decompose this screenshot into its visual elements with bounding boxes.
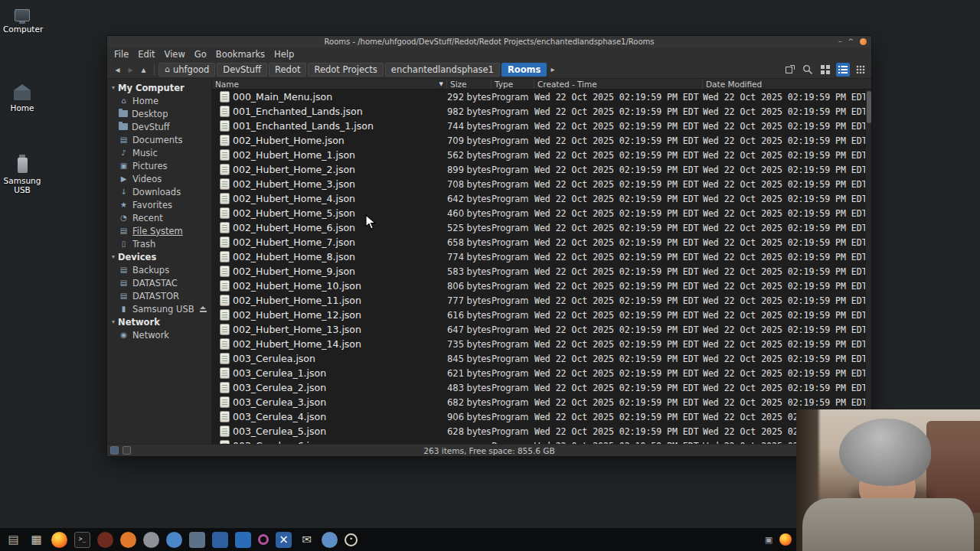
- sidebar-item-datastac[interactable]: ▤DATASTAC: [107, 276, 211, 289]
- breadcrumb-uhfgood[interactable]: ⌂uhfgood: [158, 63, 215, 77]
- forward-button[interactable]: ▸: [124, 64, 137, 75]
- back-button[interactable]: ◂: [111, 64, 124, 75]
- app-blue-icon[interactable]: [212, 532, 228, 548]
- menu-help[interactable]: Help: [270, 49, 299, 60]
- file-row[interactable]: 002_Hubert_Home_14.json735 bytesProgramW…: [212, 337, 871, 351]
- mail-icon[interactable]: ✉: [299, 532, 315, 548]
- firefox-icon[interactable]: [51, 532, 67, 548]
- minimize-button[interactable]: –: [838, 38, 842, 45]
- file-row[interactable]: 002_Hubert_Home_3.json708 bytesProgramWe…: [212, 177, 871, 191]
- list-view-button[interactable]: [836, 63, 850, 77]
- file-cabinet-icon[interactable]: ▤: [5, 532, 21, 548]
- tray-chat-icon[interactable]: ▣: [763, 533, 775, 546]
- sidebar-section-network[interactable]: ▾Network: [107, 315, 211, 328]
- sidebar-item-devstuff[interactable]: DevStuff: [107, 120, 211, 133]
- file-row[interactable]: 003_Cerulea_1.json621 bytesProgramWed 22…: [212, 366, 871, 380]
- sidebar-item-music[interactable]: ♪Music: [107, 146, 211, 159]
- column-header-type[interactable]: Type: [492, 79, 534, 89]
- file-row[interactable]: 002_Hubert_Home_2.json899 bytesProgramWe…: [212, 162, 871, 177]
- app-magenta-icon[interactable]: [258, 534, 269, 545]
- terminal-icon[interactable]: >_: [74, 532, 90, 548]
- sidebar-item-downloads[interactable]: ↓Downloads: [107, 185, 211, 198]
- menu-file[interactable]: File: [109, 49, 133, 60]
- up-button[interactable]: ▴: [137, 64, 150, 75]
- search-button[interactable]: [801, 63, 815, 77]
- file-row[interactable]: 002_Hubert_Home_8.json774 bytesProgramWe…: [212, 249, 871, 264]
- sidebar-section-devices[interactable]: ▾Devices: [107, 250, 211, 263]
- breadcrumb-enchantedlandsphase1[interactable]: enchantedlandsphase1: [385, 63, 500, 77]
- column-header-created[interactable]: Created - Time: [534, 79, 703, 89]
- file-row[interactable]: 003_Cerulea_2.json483 bytesProgramWed 22…: [212, 380, 871, 395]
- app-blue-x-icon[interactable]: ×: [276, 532, 292, 548]
- breadcrumb-redot[interactable]: Redot: [269, 63, 306, 77]
- ship-wheel-icon[interactable]: •: [345, 533, 358, 546]
- file-row[interactable]: 002_Hubert_Home_1.json562 bytesProgramWe…: [212, 148, 871, 162]
- app-blue-cam-icon[interactable]: [235, 532, 251, 548]
- breadcrumb-devstuff[interactable]: DevStuff: [217, 63, 267, 77]
- menu-button[interactable]: [854, 63, 867, 77]
- sidebar-item-samsung-usb[interactable]: ▮Samsung USB: [107, 302, 211, 315]
- sidebar-item-recent[interactable]: ◔Recent: [107, 211, 211, 224]
- desktop-icon-samsung-usb[interactable]: Samsung USB: [3, 155, 41, 194]
- sidebar-item-network[interactable]: ◉Network: [107, 328, 211, 341]
- file-row[interactable]: 002_Hubert_Home_4.json642 bytesProgramWe…: [212, 191, 871, 206]
- file-row[interactable]: 003_Cerulea_6.jsonProgramWed 22 Oct 2025…: [212, 439, 871, 444]
- column-header-name[interactable]: Name ▼: [212, 79, 447, 89]
- menu-view[interactable]: View: [160, 49, 190, 60]
- eject-icon[interactable]: [200, 306, 207, 312]
- file-row[interactable]: 000_Main_Menu.json292 bytesProgramWed 22…: [212, 90, 871, 104]
- breadcrumb-rooms[interactable]: Rooms: [501, 63, 547, 77]
- icon-view-button[interactable]: [818, 63, 832, 77]
- app-gray-icon[interactable]: [143, 532, 159, 548]
- file-row[interactable]: 003_Cerulea_5.json628 bytesProgramWed 22…: [212, 424, 871, 439]
- file-row[interactable]: 002_Hubert_Home_9.json583 bytesProgramWe…: [212, 264, 871, 279]
- file-row[interactable]: 002_Hubert_Home.json709 bytesProgramWed …: [212, 133, 871, 148]
- close-button[interactable]: [860, 38, 867, 45]
- file-row[interactable]: 002_Hubert_Home_5.json460 bytesProgramWe…: [212, 206, 871, 220]
- sidebar-item-backups[interactable]: ▤Backups: [107, 263, 211, 276]
- file-row[interactable]: 001_Enchanted_Lands.json982 bytesProgram…: [212, 104, 871, 119]
- sidebar-item-videos[interactable]: ▶Videos: [107, 172, 211, 185]
- breadcrumb-overflow-icon[interactable]: ▸: [548, 65, 557, 73]
- desktop-icon-computer[interactable]: Computer: [3, 9, 41, 34]
- chat-blue-icon[interactable]: [166, 532, 182, 548]
- file-row[interactable]: 002_Hubert_Home_10.json806 bytesProgramW…: [212, 279, 871, 293]
- file-created: Wed 22 Oct 2025 02:19:59 PM EDT: [534, 368, 703, 379]
- sidebar-item-desktop[interactable]: Desktop: [107, 107, 211, 120]
- file-row[interactable]: 002_Hubert_Home_7.json658 bytesProgramWe…: [212, 235, 871, 249]
- desktop-icon-home[interactable]: Home: [3, 83, 41, 112]
- sidebar-item-datastor[interactable]: ▤DATASTOR: [107, 289, 211, 302]
- sidebar-item-documents[interactable]: ▤Documents: [107, 133, 211, 146]
- scrollbar[interactable]: [865, 90, 871, 444]
- file-row[interactable]: 001_Enchanted_Lands_1.json744 bytesProgr…: [212, 119, 871, 133]
- menu-edit[interactable]: Edit: [133, 49, 159, 60]
- sidebar-item-trash[interactable]: ▯Trash: [107, 237, 211, 250]
- app-slate-icon[interactable]: [189, 532, 205, 548]
- breadcrumb-redot-projects[interactable]: Redot Projects: [308, 63, 383, 77]
- new-window-button[interactable]: [783, 63, 797, 77]
- titlebar[interactable]: Rooms - /home/uhfgood/DevStuff/Redot/Red…: [107, 36, 871, 47]
- sidebar-item-file-system[interactable]: ▤File System: [107, 224, 211, 237]
- sidebar-section-my-computer[interactable]: ▾My Computer: [107, 81, 211, 94]
- app-orange-icon[interactable]: [120, 532, 136, 548]
- file-row[interactable]: 002_Hubert_Home_11.json777 bytesProgramW…: [212, 293, 871, 308]
- app-lightblue-icon[interactable]: [322, 532, 338, 548]
- file-manager-icon[interactable]: ▦: [28, 532, 44, 548]
- file-row[interactable]: 003_Cerulea_3.json682 bytesProgramWed 22…: [212, 395, 871, 409]
- menu-go[interactable]: Go: [190, 49, 211, 60]
- column-header-size[interactable]: Size: [447, 79, 492, 89]
- sidebar-item-favorites[interactable]: ★Favorites: [107, 198, 211, 211]
- file-row[interactable]: 003_Cerulea_4.json906 bytesProgramWed 22…: [212, 409, 871, 424]
- sidebar-item-pictures[interactable]: ▣Pictures: [107, 159, 211, 172]
- sidebar-item-home[interactable]: ⌂Home: [107, 94, 211, 107]
- maximize-button[interactable]: ^: [848, 38, 854, 45]
- file-row[interactable]: 002_Hubert_Home_6.json525 bytesProgramWe…: [212, 220, 871, 235]
- column-header-modified[interactable]: Date Modified: [703, 79, 871, 89]
- menu-bookmarks[interactable]: Bookmarks: [211, 49, 270, 60]
- tray-firefox-icon[interactable]: [779, 533, 792, 546]
- file-row[interactable]: 003_Cerulea.json845 bytesProgramWed 22 O…: [212, 351, 871, 366]
- file-row[interactable]: 002_Hubert_Home_12.json616 bytesProgramW…: [212, 308, 871, 322]
- file-row[interactable]: 002_Hubert_Home_13.json647 bytesProgramW…: [212, 322, 871, 337]
- scrollbar-thumb[interactable]: [867, 91, 871, 123]
- browser-darkred-icon[interactable]: [97, 532, 113, 548]
